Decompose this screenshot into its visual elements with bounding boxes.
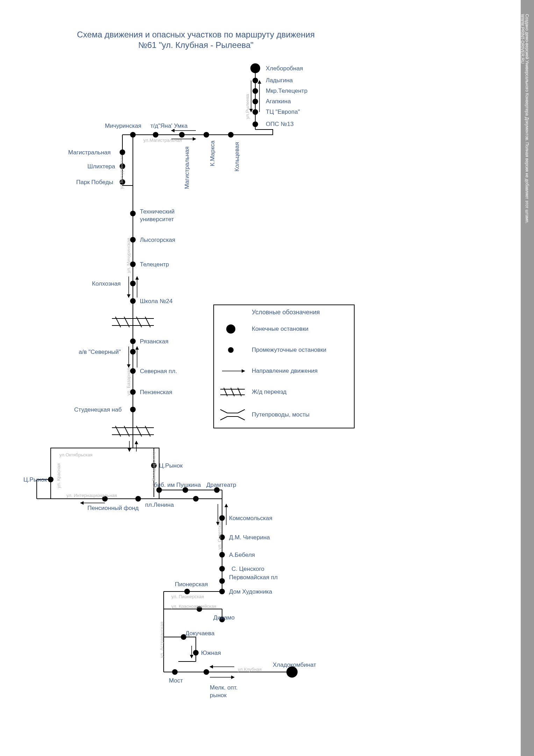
- svg-point-87: [193, 650, 199, 656]
- svg-point-1: [252, 78, 258, 83]
- legend-direction: Направление движения: [252, 368, 318, 374]
- svg-point-30: [130, 407, 136, 412]
- watermark-text: Создано демо-версией Универсального Конв…: [525, 14, 529, 224]
- stop-tech-univ-2: университет: [140, 216, 174, 223]
- svg-point-21: [130, 211, 136, 216]
- stop-tsenskogo: С. Ценского: [232, 566, 264, 573]
- svg-point-2: [252, 88, 258, 94]
- street-michurinskaya2: ул. Мичуринская: [126, 238, 131, 273]
- svg-point-78: [184, 589, 190, 594]
- stop-bib-pushkina: биб. им Пушкина: [154, 482, 201, 489]
- stop-penzenskaya: Пензенская: [140, 389, 172, 396]
- street-krasnoarmeyskaya: ул. Красноармейская: [171, 604, 216, 609]
- svg-point-10: [179, 132, 185, 138]
- svg-point-71: [219, 578, 225, 584]
- stop-av-severny: а/в "Северный": [79, 349, 121, 356]
- stop-td-yana-umka: т/д"Яна' Умка: [150, 122, 188, 130]
- svg-point-4: [252, 109, 258, 115]
- terminal-stop-ryleeva: [250, 63, 260, 73]
- stop-melk-opt-1: Мелк. опт.: [210, 684, 237, 691]
- street-sovetskaya: ул. Советская: [217, 520, 222, 550]
- svg-point-5: [252, 121, 258, 127]
- stop-school24: Школа №24: [140, 298, 173, 305]
- legend-railcross: Ж/д переезд: [252, 388, 286, 396]
- stop-michurinskaya: Мичуринская: [105, 122, 141, 130]
- stop-c-rynok-left: Ц.Рынок: [23, 476, 47, 483]
- svg-point-24: [130, 281, 136, 286]
- stop-hladokombinat: Хладокомбинат: [273, 662, 316, 668]
- svg-point-90: [172, 669, 178, 675]
- street-krasnaya: ул. Красная: [56, 463, 61, 488]
- svg-point-16: [120, 149, 125, 155]
- stop-dramteatr: Драмтеатр: [206, 482, 236, 489]
- legend-bridge: Путепроводы, мосты: [252, 411, 309, 418]
- watermark-url: WWW.PRINT-DRIVER.RU: [520, 14, 525, 64]
- svg-point-25: [130, 298, 136, 304]
- street-michurinskaya: ул.Мичуринская: [119, 155, 124, 189]
- street-oktyabrskaya: ул.Октябрьская: [59, 452, 93, 457]
- stop-pionerskaya: Пионерская: [175, 581, 208, 588]
- stop-dom-hud: Дом Художника: [229, 588, 272, 595]
- stop-ops13: ОПС №13: [266, 121, 294, 128]
- stop-telecentr: Телецентр: [140, 261, 169, 268]
- stop-tc-evropa: ТЦ "Европа": [266, 108, 300, 115]
- svg-point-26: [130, 338, 136, 344]
- stop-pension-fond: Пенсионный фонд: [87, 505, 138, 512]
- stop-yuzhnaya: Южная: [201, 650, 221, 657]
- stop-kolhoznaya: Колхозная: [92, 280, 121, 287]
- stop-dokuchaeva: Докучаева: [185, 630, 214, 637]
- svg-point-27: [130, 349, 136, 355]
- street-klubnaya: ул.Клубная: [238, 667, 262, 672]
- stop-ladygina: Ладыгина: [266, 77, 293, 84]
- stop-tech-univ-1: Технический: [140, 208, 175, 215]
- svg-point-3: [252, 99, 258, 104]
- svg-point-70: [219, 566, 225, 572]
- street-magistralnaya: ул.Магистральная: [143, 138, 182, 143]
- legend-intermediate: Промежуточные остановки: [252, 346, 326, 354]
- stop-severnaya-pl: Северная пл.: [140, 368, 177, 375]
- legend-terminal: Конечные остановки: [252, 326, 308, 332]
- svg-point-61: [193, 496, 199, 502]
- stop-lysogorskaya: Лысогорская: [140, 237, 175, 244]
- stop-dinamo: Динамо: [213, 614, 235, 621]
- svg-point-59: [135, 496, 141, 502]
- stop-shlihtera: Шлихтера: [87, 163, 115, 170]
- street-pionerskaya: ул. Пионерская: [171, 594, 204, 599]
- svg-point-91: [204, 669, 209, 675]
- stop-bebelya: А.Бебеля: [229, 552, 255, 559]
- stop-komsomolskaya: Комсомольская: [229, 515, 272, 522]
- stop-kmarksa: К.Маркса: [209, 141, 216, 166]
- stop-hleborobnaya: Хлеборобная: [266, 65, 303, 72]
- stop-melk-opt-2: рынок: [210, 692, 227, 699]
- stop-park-pobedy: Парк Победы: [76, 179, 113, 186]
- stop-c-rynok: Ц.Рынок: [159, 462, 183, 469]
- legend-title: Условные обозначения: [252, 309, 320, 316]
- watermark-bar: Создано демо-версией Универсального Конв…: [521, 0, 534, 756]
- stop-studen-nab: Студенецкая наб: [74, 406, 122, 413]
- legend-box: [213, 304, 355, 428]
- stop-ryazanskaya: Рязанская: [140, 338, 169, 345]
- street-internatsionalnaya: ул. Интернациональная: [66, 493, 117, 498]
- stop-magistralnaya: Магистральная: [68, 149, 111, 156]
- street-ryleeva: ул.Рылеева: [245, 94, 250, 119]
- svg-point-11: [153, 132, 158, 138]
- stop-pl-lenina: пл.Ленина: [145, 502, 174, 509]
- street-volodarskogo: ул. Володарского: [151, 451, 156, 488]
- stop-agapkina: Агапкина: [266, 98, 291, 105]
- svg-point-8: [228, 132, 234, 138]
- stop-magistralnaya-v: Магистральная: [184, 146, 191, 189]
- street-bazarnaya: ул. Базарная: [126, 368, 131, 396]
- stop-mkr-telecentr: Мкр.Телецентр: [266, 88, 307, 94]
- stop-koltsevaya: Кольцевая: [234, 142, 241, 172]
- svg-point-9: [204, 132, 209, 138]
- svg-point-69: [219, 552, 225, 558]
- stop-most: Мост: [169, 677, 183, 684]
- street-astrahanskaya: ул. Астраханская: [159, 622, 164, 658]
- stop-pervomay: Первомайская пл: [229, 574, 278, 581]
- stop-chicherina: Д.М. Чичерина: [229, 534, 270, 541]
